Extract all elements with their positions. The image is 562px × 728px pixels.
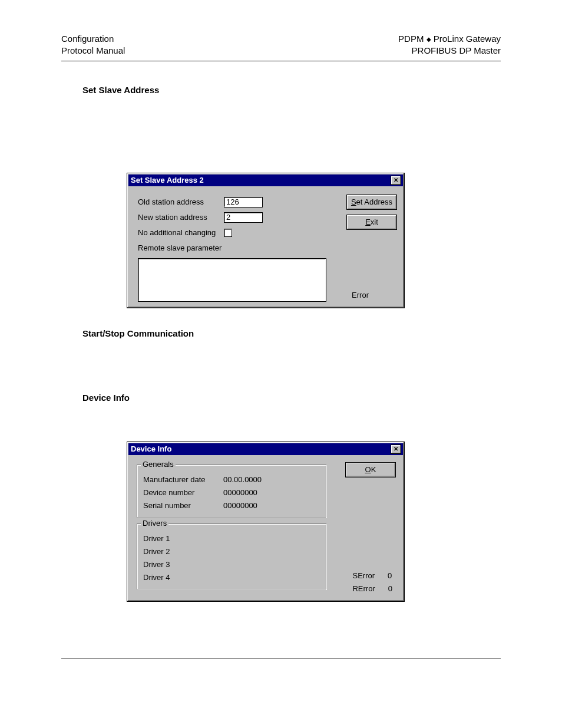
serror-label: SError (352, 571, 375, 580)
footer-rule (61, 658, 501, 658)
exit-rest: xit (371, 218, 378, 226)
serial-number-label: Serial number (143, 501, 223, 510)
old-station-input[interactable] (224, 197, 263, 207)
remote-slave-label: Remote slave parameter (138, 243, 224, 252)
header-left: Configuration Protocol Manual (61, 33, 125, 57)
rerror-value: 0 (388, 584, 392, 593)
header-left-line1: Configuration (61, 33, 125, 45)
ok-rest: K (371, 465, 376, 474)
diamond-icon: ◆ (427, 36, 431, 42)
dialog-title: Set Slave Address 2 (131, 174, 204, 186)
close-icon-2[interactable]: ✕ (391, 444, 401, 454)
dialog2-title: Device Info (131, 443, 171, 455)
manufacturer-date-value: 00.00.0000 (223, 475, 262, 484)
titlebar: Set Slave Address 2 ✕ (128, 174, 403, 186)
no-additional-checkbox[interactable] (224, 229, 232, 237)
new-station-label: New station address (138, 213, 224, 222)
serial-number-value: 00000000 (223, 501, 257, 510)
set-address-button[interactable]: Set Address (346, 195, 397, 210)
ok-u: O (365, 465, 371, 474)
section-set-slave-address: Set Slave Address (82, 85, 562, 95)
section-start-stop: Start/Stop Communication (82, 328, 562, 338)
set-address-rest: et Address (356, 197, 392, 206)
group-generals: Generals Manufacturer date 00.00.0000 De… (137, 465, 326, 518)
new-station-input[interactable] (224, 212, 263, 223)
generals-legend: Generals (141, 460, 176, 469)
header-right-prolinx: ProLinx Gateway (431, 34, 501, 44)
dialog-set-slave-address: Set Slave Address 2 ✕ Old station addres… (127, 173, 405, 308)
header-left-line2: Protocol Manual (61, 45, 125, 57)
serror-value: 0 (388, 571, 392, 580)
header-right: PDPM ◆ ProLinx Gateway PROFIBUS DP Maste… (398, 33, 501, 57)
driver-2: Driver 2 (143, 547, 170, 556)
device-number-value: 00000000 (223, 488, 257, 497)
status-area: SError 0 RError 0 (352, 569, 392, 595)
exit-u: E (365, 218, 371, 226)
group-drivers: Drivers Driver 1 Driver 2 Driver 3 Drive… (137, 523, 326, 589)
page-header: Configuration Protocol Manual PDPM ◆ Pro… (61, 0, 501, 61)
header-right-pdpm: PDPM (398, 34, 427, 44)
no-additional-label: No additional changing (138, 228, 224, 237)
remote-slave-parameter-box[interactable] (138, 258, 326, 302)
old-station-label: Old station address (138, 197, 224, 206)
error-label: Error (352, 291, 369, 299)
ok-button[interactable]: OK (345, 462, 396, 477)
section-device-info: Device Info (82, 393, 562, 403)
titlebar-2: Device Info ✕ (128, 443, 403, 455)
rerror-label: RError (352, 584, 375, 593)
manufacturer-date-label: Manufacturer date (143, 475, 223, 484)
close-icon[interactable]: ✕ (391, 176, 401, 185)
device-number-label: Device number (143, 488, 223, 497)
header-right-line2: PROFIBUS DP Master (398, 45, 501, 57)
driver-3: Driver 3 (143, 560, 170, 569)
header-right-line1: PDPM ◆ ProLinx Gateway (398, 33, 501, 45)
exit-button[interactable]: Exit (346, 215, 397, 230)
dialog-device-info: Device Info ✕ Generals Manufacturer date… (127, 442, 405, 602)
driver-4: Driver 4 (143, 573, 170, 582)
set-address-u: S (351, 197, 356, 206)
driver-1: Driver 1 (143, 534, 170, 543)
drivers-legend: Drivers (141, 519, 168, 528)
